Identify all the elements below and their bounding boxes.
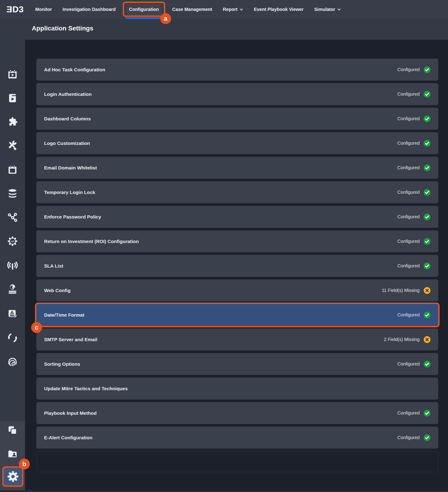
settings-row[interactable]: Email Domain Whitelist Configured (36, 157, 438, 179)
api-gear-icon[interactable]: API (7, 236, 18, 247)
calendar-icon[interactable] (7, 164, 18, 175)
nav-label: Configuration (126, 4, 162, 15)
calendar-play-icon[interactable] (7, 69, 18, 80)
page-title: Application Settings (32, 25, 94, 32)
setting-label: Dashboard Columns (44, 116, 397, 122)
nav-item-investigation-dashboard[interactable]: Investigation Dashboard (63, 0, 115, 19)
broadcast-antenna-icon[interactable] (7, 260, 18, 271)
setting-status: Configured (397, 92, 420, 97)
setting-status: Configured (397, 312, 420, 318)
configured-check-icon (424, 115, 430, 122)
setting-label: Ad Hoc Task Configuration (44, 67, 397, 72)
annotation-marker-c: c (31, 322, 42, 333)
nav-label: Simulator (314, 4, 335, 15)
playbook-icon[interactable] (7, 93, 18, 103)
settings-row[interactable]: Enforce Password Policy Configured (36, 206, 438, 228)
setting-label: Logo Customization (44, 141, 397, 146)
setting-label: Return on Investment (ROI) Configuration (44, 239, 397, 244)
settings-list: Ad Hoc Task Configuration Configured Log… (36, 59, 438, 472)
globe-list-icon[interactable] (7, 284, 18, 294)
configured-check-icon (424, 91, 430, 98)
configured-check-icon (424, 434, 430, 441)
setting-label: Sorting Options (44, 361, 397, 367)
copy-icon[interactable] (7, 425, 18, 436)
nav-item-report[interactable]: Report (223, 0, 243, 19)
settings-row-date-time-format[interactable]: Date/Time Format Configured c (36, 304, 438, 326)
configured-check-icon (424, 164, 430, 171)
sync-icon[interactable] (7, 332, 18, 343)
folder-user-icon[interactable] (7, 448, 18, 459)
settings-row[interactable]: SMTP Server and Email 2 Field(s) Missing (36, 328, 438, 350)
setting-status: Configured (397, 410, 420, 416)
setting-status: Configured (397, 116, 420, 121)
setting-label: SMTP Server and Email (44, 337, 384, 342)
nav-label: Report (223, 4, 237, 15)
d3-logo[interactable]: ƎD3 (7, 0, 24, 19)
setting-status: Configured (397, 214, 420, 219)
setting-status: Configured (397, 263, 420, 268)
settings-gear-button[interactable] (2, 466, 23, 487)
nav-item-case-management[interactable]: Case Management (172, 0, 212, 19)
setting-label: Update Mitre Tactics and Techniques (44, 386, 427, 391)
left-sidebar: API (0, 40, 25, 490)
nav-label: Event Playbook Viewer (254, 4, 304, 15)
chevron-down-icon (240, 8, 243, 11)
configured-check-icon (424, 312, 430, 318)
nav-item-configuration[interactable]: Configuration a (126, 0, 162, 19)
nav-label: Investigation Dashboard (63, 4, 115, 15)
missing-x-icon (424, 336, 430, 343)
nav-item-simulator[interactable]: Simulator (314, 0, 341, 19)
configured-check-icon (424, 238, 430, 245)
share-nodes-icon[interactable] (7, 212, 18, 223)
integrations-puzzle-icon[interactable] (7, 116, 18, 127)
settings-panel: Ad Hoc Task Configuration Configured Log… (25, 40, 448, 492)
fingerprint-icon[interactable] (7, 356, 18, 367)
incident-report-edit-icon[interactable] (7, 308, 18, 319)
nav-item-monitor[interactable]: Monitor (35, 0, 52, 19)
setting-label: Email Domain Whitelist (44, 165, 397, 171)
setting-status: Configured (397, 190, 420, 195)
settings-row[interactable]: SLA List Configured (36, 255, 438, 277)
settings-row[interactable]: Dashboard Columns Configured (36, 108, 438, 130)
annotation-marker-b: b (19, 459, 30, 470)
settings-row[interactable]: Sorting Options Configured (36, 353, 438, 375)
page-header: Application Settings (0, 19, 448, 40)
setting-label: Enforce Password Policy (44, 214, 397, 220)
configured-check-icon (424, 140, 430, 147)
settings-row[interactable]: Return on Investment (ROI) Configuration… (36, 230, 438, 252)
setting-status: Configured (397, 435, 420, 440)
setting-label: Playbook Input Method (44, 410, 397, 416)
settings-row[interactable]: Temporary Login Lock Configured (36, 181, 438, 203)
setting-label: Temporary Login Lock (44, 190, 397, 195)
setting-status: Configured (397, 165, 420, 170)
configured-check-icon (424, 263, 430, 269)
missing-x-icon (424, 287, 430, 294)
setting-label: SLA List (44, 263, 397, 269)
settings-row[interactable]: Login Authentication Configured (36, 83, 438, 105)
settings-row[interactable]: Web Config 11 Field(s) Missing (36, 279, 438, 301)
annotation-marker-a: a (160, 13, 171, 24)
settings-row[interactable]: Logo Customization Configured (36, 132, 438, 154)
settings-row[interactable]: E-Alert Configuration Configured (36, 427, 438, 449)
setting-status: Configured (397, 361, 420, 367)
setting-status: 11 Field(s) Missing (382, 288, 420, 293)
database-icon[interactable] (7, 188, 18, 199)
top-navbar: ƎD3 Monitor Investigation Dashboard Conf… (0, 0, 448, 19)
setting-status: 2 Field(s) Missing (384, 337, 420, 342)
setting-label: Date/Time Format (44, 312, 397, 318)
setting-status: Configured (397, 141, 420, 146)
settings-row-partial (36, 451, 438, 472)
settings-row[interactable]: Update Mitre Tactics and Techniques (36, 378, 438, 400)
application-settings-page: ƎD3 Monitor Investigation Dashboard Conf… (0, 0, 448, 492)
nav-label: Case Management (172, 4, 212, 15)
setting-status: Configured (397, 239, 420, 244)
settings-row[interactable]: Ad Hoc Task Configuration Configured (36, 59, 438, 81)
setting-label: Web Config (44, 288, 382, 293)
setting-label: Login Authentication (44, 92, 397, 97)
tools-icon[interactable] (7, 140, 18, 151)
nav-item-event-playbook-viewer[interactable]: Event Playbook Viewer (254, 0, 304, 19)
settings-row[interactable]: Playbook Input Method Configured (36, 402, 438, 424)
nav-label: Monitor (35, 4, 52, 15)
chevron-down-icon (337, 8, 341, 11)
page-bottom-edge (0, 490, 448, 492)
